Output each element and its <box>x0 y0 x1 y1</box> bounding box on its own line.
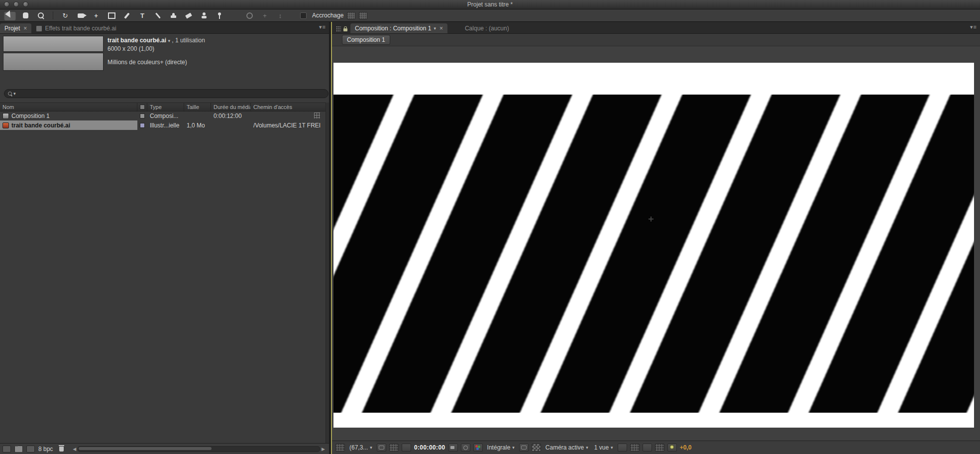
composition-canvas[interactable] <box>333 63 974 428</box>
horizontal-scrollbar[interactable]: ◀ ▶ <box>71 446 327 453</box>
snap-checkbox[interactable] <box>300 12 307 19</box>
mask-visibility-icon[interactable] <box>402 444 411 452</box>
diagonal-stripes <box>333 95 974 413</box>
project-tabbar: Projet × Effets trait bande courbé.ai ▾≡ <box>0 22 329 34</box>
snapshot-icon[interactable] <box>448 444 458 452</box>
search-options-icon[interactable]: ▾ <box>13 91 16 96</box>
unified-camera-tool-icon[interactable] <box>75 11 87 20</box>
chevron-down-icon: ▾ <box>512 445 515 450</box>
breadcrumb[interactable]: Composition 1 <box>342 35 390 45</box>
toolbar-separator <box>53 11 53 19</box>
exposure-icon[interactable] <box>667 444 677 452</box>
zoom-window-button[interactable] <box>23 1 28 7</box>
zoom-select[interactable]: (67,3... ▾ <box>348 444 374 452</box>
column-header-type[interactable]: Type <box>147 103 184 111</box>
column-header-duree[interactable]: Durée du média <box>211 103 251 111</box>
table-row-footage[interactable]: trait bande courbé.ai Illustr...ielle 1,… <box>0 120 326 130</box>
composition-icon <box>2 113 9 119</box>
tab-effets[interactable]: Effets trait bande courbé.ai <box>31 23 120 33</box>
main-area: Projet × Effets trait bande courbé.ai ▾≡… <box>0 22 980 454</box>
bit-depth-button[interactable]: 8 bpc <box>38 446 53 453</box>
panel-grip-icon[interactable] <box>336 26 341 32</box>
lock-icon[interactable] <box>343 28 347 31</box>
eraser-tool-icon[interactable] <box>183 11 195 20</box>
selection-tool-icon[interactable] <box>4 11 16 20</box>
pen-tool-icon[interactable] <box>121 11 133 20</box>
scroll-right-icon[interactable]: ▶ <box>320 447 327 452</box>
label-chip[interactable] <box>140 114 145 118</box>
timecode[interactable]: 0:00:00:00 <box>414 444 445 451</box>
zoom-tool-icon[interactable] <box>35 11 47 20</box>
fast-preview-icon[interactable] <box>630 444 640 452</box>
close-tab-icon[interactable]: × <box>23 25 27 32</box>
safe-zones-icon[interactable] <box>377 444 386 452</box>
project-panel-content: trait bande courbé.ai ▾ , 1 utilisation … <box>0 34 329 443</box>
grid-guides-icon[interactable] <box>389 444 399 452</box>
flowchart-icon[interactable] <box>655 444 664 452</box>
comp-flowchart-icon[interactable] <box>314 113 320 118</box>
label-chip[interactable] <box>140 123 145 128</box>
timeline-button-icon[interactable] <box>643 444 652 452</box>
panel-icon <box>36 25 42 32</box>
minimize-window-button[interactable] <box>13 1 19 7</box>
hand-tool-icon[interactable] <box>19 11 31 20</box>
column-header-label-icon[interactable] <box>137 103 147 111</box>
item-caret-icon[interactable]: ▾ <box>168 38 170 43</box>
new-folder-icon[interactable] <box>14 446 23 453</box>
composition-viewer[interactable] <box>332 46 980 441</box>
composition-breadcrumb-bar: Composition 1 <box>332 34 980 46</box>
project-panel: Projet × Effets trait bande courbé.ai ▾≡… <box>0 22 329 454</box>
trash-icon[interactable] <box>59 447 64 452</box>
rotation-tool-icon[interactable]: ↻ <box>59 11 71 20</box>
pixel-aspect-icon[interactable] <box>618 444 627 452</box>
illustrator-file-icon <box>2 122 9 128</box>
column-header-chemin[interactable]: Chemin d'accès <box>251 103 326 111</box>
vertical-scrollbar[interactable] <box>326 103 329 443</box>
preview-toggle-icon[interactable] <box>335 444 345 452</box>
brush-tool-icon[interactable] <box>152 11 164 20</box>
cursor-icon <box>649 217 653 222</box>
column-header-nom[interactable]: Nom <box>0 103 137 111</box>
text-tool-icon[interactable]: T <box>136 11 148 20</box>
table-row-composition[interactable]: Composition 1 Composi... 0:00:12:00 <box>0 111 326 120</box>
tab-composition[interactable]: Composition : Composition 1 ▾ × <box>350 23 447 33</box>
tab-caret-icon[interactable]: ▾ <box>434 26 436 31</box>
camera-track-xy-tool-icon: + <box>259 11 271 20</box>
composition-panel-menu-icon[interactable]: ▾≡ <box>970 24 977 30</box>
resolution-select[interactable]: Intégrale ▾ <box>486 444 516 452</box>
item-thumbnail-2 <box>3 53 104 71</box>
puppet-pin-tool-icon[interactable] <box>214 11 225 20</box>
close-tab-icon[interactable]: × <box>439 25 443 32</box>
search-input[interactable]: ▾ <box>4 89 328 98</box>
show-snapshot-icon[interactable] <box>461 444 470 452</box>
snap-options-2-icon[interactable] <box>359 12 367 19</box>
roto-brush-tool-icon[interactable] <box>198 11 210 20</box>
snap-options-icon[interactable] <box>347 12 355 19</box>
new-composition-icon[interactable] <box>26 446 35 453</box>
column-header-taille[interactable]: Taille <box>184 103 211 111</box>
chevron-down-icon: ▾ <box>586 445 588 450</box>
table-header: Nom Type Taille Durée du média Chemin d'… <box>0 103 326 112</box>
scrollbar-thumb[interactable] <box>79 447 212 450</box>
interpret-footage-icon[interactable] <box>2 446 11 453</box>
stripe-artwork <box>333 95 974 413</box>
tab-calque[interactable]: Calque : (aucun) <box>460 23 514 33</box>
scroll-left-icon[interactable]: ◀ <box>71 447 78 452</box>
close-window-button[interactable] <box>4 1 9 7</box>
project-status-bar: 8 bpc ◀ ▶ <box>0 443 329 454</box>
clone-stamp-tool-icon[interactable] <box>167 11 179 20</box>
shape-tool-icon[interactable] <box>106 11 117 20</box>
transparency-grid-icon[interactable] <box>532 444 541 452</box>
camera-orbit-tool-icon <box>243 11 255 20</box>
item-usage: , 1 utilisation <box>172 37 205 44</box>
chevron-down-icon: ▾ <box>370 445 372 450</box>
tab-projet[interactable]: Projet × <box>0 23 31 33</box>
view-layout-select[interactable]: 1 vue ▾ <box>593 444 615 452</box>
project-panel-menu-icon[interactable]: ▾≡ <box>319 24 326 30</box>
exposure-value[interactable]: +0,0 <box>680 444 692 451</box>
active-camera-select[interactable]: Caméra active ▾ <box>544 444 590 452</box>
channels-icon[interactable] <box>473 444 483 452</box>
item-info: trait bande courbé.ai ▾ , 1 utilisation … <box>108 36 205 66</box>
region-of-interest-icon[interactable] <box>519 444 529 452</box>
pan-behind-tool-icon[interactable]: + <box>90 11 102 20</box>
